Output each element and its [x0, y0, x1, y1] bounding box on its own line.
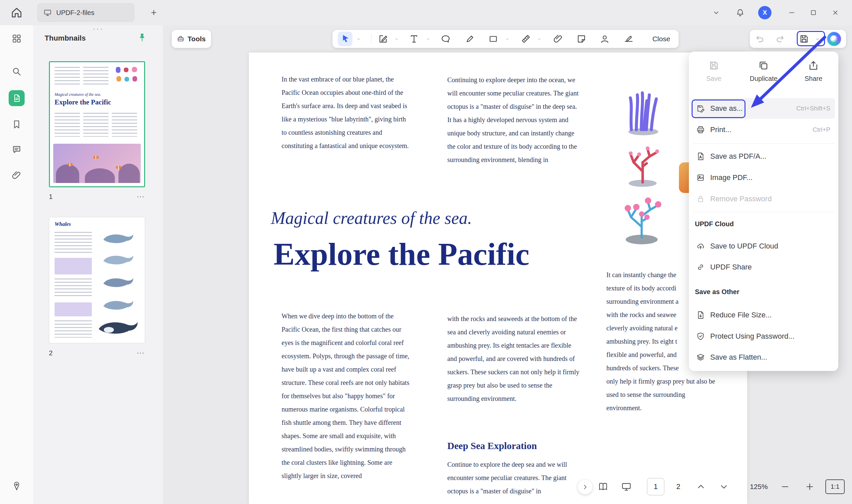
current-page-input[interactable]: 1 — [647, 478, 664, 496]
page-1-thumbnail[interactable]: Magical creatures of the sea. Explore th… — [49, 61, 145, 187]
redo-button[interactable] — [776, 34, 786, 44]
menu-item-save-as-pdfa[interactable]: Save as PDF/A... — [692, 146, 835, 167]
chevron-down-icon — [394, 37, 399, 41]
layers-flatten-icon — [696, 353, 705, 362]
shape-tool-dropdown[interactable] — [505, 37, 510, 41]
menu-duplicate-label: Duplicate — [750, 75, 778, 83]
menu-item-image-pdf[interactable]: Image PDF... — [692, 167, 835, 188]
section-heading: Deep Sea Exploration — [447, 440, 537, 451]
attachments-button[interactable] — [12, 170, 22, 180]
page-2-number: 2 — [49, 349, 53, 357]
search-button[interactable] — [12, 67, 22, 76]
save-dropdown-menu: Save Duplicate Share Save as... Ctrl+Shi… — [689, 52, 838, 371]
edit-tool-dropdown[interactable] — [394, 37, 399, 41]
actual-size-label: 1:1 — [831, 483, 839, 490]
save-dropdown-button[interactable] — [815, 37, 820, 41]
page-2-button[interactable]: 2 — [670, 478, 686, 496]
text-tool-dropdown[interactable] — [426, 37, 430, 41]
page-1-more-button[interactable]: ⋯ — [137, 192, 145, 201]
edit-tool-button[interactable] — [378, 34, 388, 44]
print-shortcut: Ctrl+P — [813, 126, 830, 133]
new-tab-button[interactable]: + — [147, 6, 160, 19]
left-sidebar-rail — [0, 25, 34, 504]
titlebar-dropdown-button[interactable] — [710, 6, 723, 19]
thumbnail-text-lines — [55, 67, 80, 86]
measure-tool-dropdown[interactable] — [537, 37, 542, 41]
undo-button[interactable] — [754, 34, 764, 44]
bookmarks-button[interactable] — [12, 120, 22, 129]
maximize-button[interactable] — [807, 6, 820, 19]
page-2-thumbnail[interactable]: Whales — [49, 217, 145, 343]
updf-ai-button[interactable] — [827, 31, 842, 47]
orange-coral-partial — [679, 162, 690, 193]
sticker-tool-button[interactable] — [576, 34, 586, 44]
zoom-out-button[interactable] — [780, 482, 790, 492]
whale-illustration — [99, 232, 137, 245]
menu-share-label: Share — [804, 75, 822, 83]
menu-duplicate-button[interactable]: Duplicate — [744, 60, 783, 83]
menu-item-remove-password[interactable]: Remove Password — [692, 188, 835, 209]
menu-item-print[interactable]: Print... Ctrl+P — [692, 120, 835, 140]
select-tool-button[interactable] — [340, 34, 350, 44]
floppy-save-icon — [799, 34, 809, 44]
undo-icon — [754, 34, 764, 44]
minimize-button[interactable] — [785, 6, 798, 19]
whale-illustration — [99, 299, 137, 312]
tools-label: Tools — [188, 35, 206, 43]
menu-item-save-to-cloud[interactable]: Save to UPDF Cloud — [692, 236, 835, 256]
current-page-number: 1 — [654, 482, 658, 491]
previous-page-button[interactable] — [696, 482, 706, 492]
protect-password-label: Protect Using Password... — [710, 332, 795, 341]
thumbnail-callout-box — [55, 258, 92, 274]
signature-pen-button[interactable] — [12, 481, 22, 491]
whale-illustration — [99, 276, 137, 289]
panel-drag-handle[interactable]: ··· — [87, 24, 110, 33]
menu-item-save-as-flatten[interactable]: Save as Flatten... — [692, 347, 835, 367]
home-button[interactable] — [10, 6, 23, 19]
select-tool-dropdown[interactable] — [356, 37, 361, 41]
highlighter-tool-button[interactable] — [465, 34, 475, 44]
toolbar-divider — [371, 34, 371, 44]
duplicate-icon — [758, 60, 769, 71]
next-page-number: 2 — [676, 482, 680, 491]
menu-divider — [693, 212, 834, 212]
measure-tool-button[interactable] — [521, 34, 531, 44]
page-2-more-button[interactable]: ⋯ — [137, 348, 145, 358]
document-tab[interactable]: UPDF-2-files — [37, 3, 135, 22]
user-avatar[interactable]: X — [758, 6, 771, 19]
comment-tool-button[interactable] — [441, 34, 450, 44]
reader-mode-button[interactable] — [598, 482, 608, 492]
zoom-level-display[interactable]: 125% — [745, 478, 773, 496]
next-page-button[interactable] — [719, 482, 729, 492]
tools-button[interactable]: Tools — [172, 30, 211, 48]
presentation-mode-button[interactable] — [621, 482, 631, 492]
document-page[interactable]: In the vast embrace of our blue planet, … — [249, 53, 747, 504]
paragraph: When we dive deep into the bottom of the… — [282, 309, 412, 482]
thumbnail-text-lines — [83, 113, 108, 137]
pin-panel-button[interactable] — [137, 33, 147, 42]
menu-item-updf-share[interactable]: UPDF Share — [692, 257, 835, 277]
shape-tool-button[interactable] — [488, 34, 498, 44]
actual-size-button[interactable]: 1:1 — [826, 480, 845, 494]
menu-item-reduce-file-size[interactable]: Reduce File Size... — [692, 305, 835, 325]
text-tool-button[interactable] — [409, 34, 419, 44]
bookmark-icon — [12, 120, 22, 129]
close-window-button[interactable] — [829, 6, 842, 19]
menu-item-save-as[interactable]: Save as... Ctrl+Shift+S — [692, 98, 835, 119]
apps-grid-button[interactable] — [12, 34, 22, 43]
printer-icon — [696, 125, 705, 134]
menu-share-button[interactable]: Share — [794, 60, 833, 83]
reduce-file-size-label: Reduce File Size... — [710, 311, 772, 319]
notifications-button[interactable] — [733, 6, 747, 19]
menu-save-button[interactable]: Save — [694, 60, 734, 83]
menu-item-protect-password[interactable]: Protect Using Password... — [692, 326, 835, 347]
comments-button[interactable] — [12, 144, 22, 155]
save-button[interactable] — [799, 34, 809, 44]
attach-file-button[interactable] — [553, 34, 563, 44]
redact-tool-button[interactable] — [624, 34, 634, 44]
close-editing-button[interactable]: Close — [648, 30, 675, 48]
thumbnails-panel-button[interactable] — [8, 90, 24, 106]
expand-toolbar-button[interactable] — [578, 480, 592, 494]
zoom-in-button[interactable] — [805, 482, 815, 492]
signature-tool-button[interactable] — [600, 34, 610, 44]
